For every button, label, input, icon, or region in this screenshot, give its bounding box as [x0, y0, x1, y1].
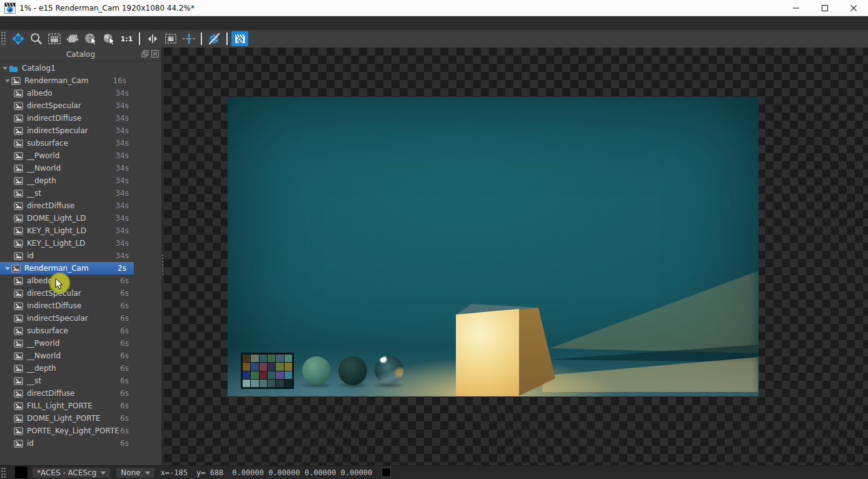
expand-arrow-icon[interactable] — [6, 290, 14, 298]
catalog-tree-row[interactable]: indirectDiffuse 6s — [0, 300, 136, 312]
expand-arrow-icon[interactable] — [6, 390, 14, 398]
image-thumbnail-icon — [14, 139, 23, 148]
expand-arrow-icon[interactable] — [4, 77, 11, 85]
catalog-tree-row[interactable]: __Nworld 34s — [0, 162, 136, 174]
mouse-cursor — [55, 278, 63, 290]
expand-arrow-icon[interactable] — [6, 102, 14, 110]
catalog-tree-row[interactable]: __depth 34s — [0, 174, 136, 187]
image-stack-button[interactable] — [64, 31, 81, 46]
catalog-tree-row[interactable]: directDiffuse 6s — [0, 387, 136, 400]
expand-arrow-icon[interactable] — [6, 352, 14, 360]
expand-arrow-icon[interactable] — [6, 365, 14, 373]
catalog-tree-row[interactable]: KEY_R_Light_LD 34s — [0, 224, 136, 237]
catalog-tree-row[interactable]: Renderman_Cam 2s — [0, 262, 134, 275]
catalog-tree-row[interactable]: __Pworld 34s — [0, 149, 136, 162]
catalog-tree-row[interactable]: DOME_Light_PORTE 6s — [0, 412, 136, 425]
image-viewport[interactable] — [164, 48, 868, 465]
render-image[interactable] — [228, 97, 759, 396]
toolbar-button-icon — [11, 32, 25, 46]
catalog-tree-row[interactable]: Catalog1 — [0, 62, 131, 74]
expand-arrow-icon[interactable] — [6, 415, 14, 423]
catalog-item-render-time: 6s — [120, 364, 129, 373]
expand-arrow-icon[interactable] — [6, 227, 14, 235]
expand-arrow-icon[interactable] — [6, 327, 14, 335]
float-panel-icon[interactable] — [141, 50, 149, 58]
render-region-button[interactable] — [46, 31, 63, 46]
expand-arrow-icon[interactable] — [6, 139, 14, 148]
expand-arrow-icon[interactable] — [6, 340, 14, 348]
framed-image-button[interactable] — [162, 31, 179, 46]
expand-arrow-icon[interactable] — [6, 114, 14, 123]
color-checker-cell — [276, 363, 283, 370]
catalog-tree-row[interactable]: subsurface 6s — [0, 325, 136, 337]
catalog-tree-row[interactable]: id 6s — [0, 437, 136, 450]
display-lut-dropdown[interactable]: None — [116, 468, 154, 478]
catalog-item-label: __depth — [27, 176, 56, 185]
catalog-tree-row[interactable]: __st 34s — [0, 187, 136, 199]
expand-arrow-icon[interactable] — [6, 152, 14, 160]
catalog-tree-row[interactable]: __st 6s — [0, 375, 136, 387]
expand-arrow-icon[interactable] — [6, 189, 14, 198]
expand-arrow-icon[interactable] — [6, 214, 14, 223]
expand-arrow-icon[interactable] — [6, 164, 14, 173]
catalog-item-label: __Pworld — [27, 151, 59, 160]
catalog-item-render-time: 34s — [115, 176, 129, 185]
catalog-tree-row[interactable]: directSpecular 34s — [0, 99, 136, 112]
image-thumbnail-icon — [14, 201, 23, 211]
catalog-tree-row[interactable]: subsurface 34s — [0, 137, 136, 149]
catalog-tree-row[interactable]: FILL_Light_PORTE 6s — [0, 400, 136, 412]
expand-arrow-icon[interactable] — [6, 202, 14, 210]
expand-arrow-icon[interactable] — [6, 252, 14, 260]
catalog-tree-row[interactable]: indirectDiffuse 34s — [0, 112, 136, 124]
expand-arrow-icon[interactable] — [6, 177, 14, 185]
wipe-bar-button[interactable] — [180, 31, 197, 46]
catalog-tree-row[interactable]: id 34s — [0, 250, 136, 262]
denoise-off-button[interactable] — [206, 31, 223, 46]
expand-arrow-icon[interactable] — [6, 402, 14, 410]
maximize-button[interactable] — [810, 0, 839, 16]
expand-arrow-icon[interactable] — [4, 265, 11, 273]
expand-arrow-icon[interactable] — [6, 440, 14, 448]
stop-render-button[interactable] — [231, 31, 248, 46]
close-button[interactable] — [839, 0, 868, 16]
catalog-tree-row[interactable]: Renderman_Cam 16s — [0, 74, 134, 87]
catalog-tree-row[interactable]: __depth 6s — [0, 362, 136, 375]
statusbar-grip-handle[interactable] — [1, 467, 6, 478]
color-checker-cell — [251, 371, 258, 379]
image-thumbnail-icon — [14, 89, 23, 98]
colorspace-dropdown[interactable]: *ACES - ACEScg — [33, 468, 110, 478]
minimize-button[interactable] — [782, 0, 810, 16]
catalog-tree: Catalog1 — [0, 61, 161, 465]
catalog-tree-row[interactable]: directDiffuse 34s — [0, 199, 136, 212]
one-to-one-zoom-button[interactable]: 1:1 — [118, 31, 135, 46]
expand-arrow-icon[interactable] — [6, 377, 14, 385]
catalog-tree-row[interactable]: indirectSpecular 34s — [0, 124, 136, 137]
catalog-tree-row[interactable]: __Pworld 6s — [0, 337, 136, 350]
expand-arrow-icon[interactable] — [6, 277, 14, 285]
toolbar-grip-handle[interactable] — [1, 31, 6, 46]
expand-arrow-icon[interactable] — [6, 127, 14, 135]
toolbar-button-icon — [84, 32, 98, 46]
catalog-tree-row[interactable]: KEY_L_Light_LD 34s — [0, 237, 136, 250]
image-thumbnail-icon — [14, 189, 23, 198]
globe-pointer-button[interactable] — [82, 31, 99, 46]
image-thumbnail-icon — [14, 239, 23, 248]
catalog-tree-row[interactable]: PORTE_Key_Light_PORTE 6s — [0, 425, 136, 437]
close-panel-icon[interactable] — [151, 50, 159, 58]
sphere-pointer-button[interactable] — [100, 31, 117, 46]
catalog-tree-row[interactable]: __Nworld 6s — [0, 350, 136, 362]
zoom-tool-button[interactable] — [28, 31, 44, 46]
expand-arrow-icon[interactable] — [6, 302, 14, 310]
expand-arrow-icon[interactable] — [6, 427, 14, 435]
expand-arrow-icon[interactable] — [6, 315, 14, 323]
catalog-tree-row[interactable]: albedo 34s — [0, 87, 136, 99]
expand-arrow-icon[interactable] — [6, 89, 14, 98]
expand-arrow-icon[interactable] — [6, 239, 14, 248]
catalog-item-label: KEY_L_Light_LD — [27, 239, 85, 248]
pan-tool-button[interactable] — [9, 31, 26, 46]
split-compare-button[interactable] — [144, 31, 161, 46]
toolbar-button-icon — [182, 32, 196, 46]
expand-arrow-icon[interactable] — [1, 64, 9, 73]
catalog-tree-row[interactable]: DOME_Light_LD 34s — [0, 212, 136, 224]
catalog-tree-row[interactable]: indirectSpecular 6s — [0, 312, 136, 325]
